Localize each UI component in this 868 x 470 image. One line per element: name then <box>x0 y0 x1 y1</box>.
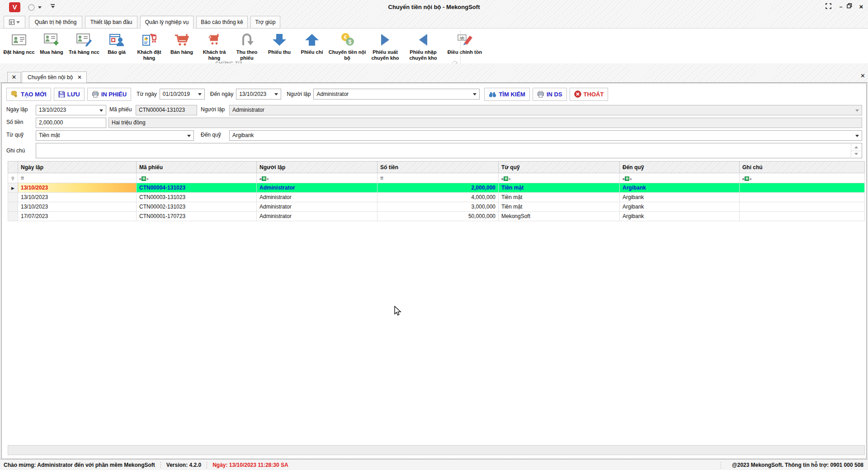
filter-den-quy[interactable]: aBc <box>620 173 740 183</box>
filter-ma-phieu[interactable]: aBc <box>137 173 257 183</box>
cell-ngay-lap[interactable]: 13/10/2023 <box>18 202 137 212</box>
close-tab-right-icon[interactable]: ✕ <box>860 72 865 79</box>
so-tien-input[interactable]: 2,000,000 <box>36 118 106 128</box>
row-indicator-cell <box>8 212 18 221</box>
column-header-nguoi-lap[interactable]: Người lập <box>257 161 377 173</box>
restore-button[interactable] <box>847 3 856 11</box>
ribbon-item-phieu-chi[interactable]: Phiếu chi <box>296 30 328 61</box>
print-list-button[interactable]: IN DS <box>533 88 567 101</box>
cell-tu-quy[interactable]: Tiền mặt <box>499 183 620 193</box>
cell-ma-phieu[interactable]: CTN00004-131023 <box>137 183 257 193</box>
cell-nguoi-lap[interactable]: Administrator <box>257 212 377 221</box>
cell-tu-quy[interactable]: Tiền mặt <box>499 202 620 212</box>
exit-button[interactable]: THOÁT <box>570 88 609 101</box>
cell-ngay-lap[interactable]: 13/10/2023 <box>18 193 137 202</box>
cell-so-tien[interactable]: 50,000,000 <box>377 212 499 221</box>
cell-tu-quy[interactable]: MekongSoft <box>499 212 620 221</box>
fullscreen-button[interactable] <box>826 3 835 11</box>
minimize-button[interactable]: – <box>836 3 845 11</box>
tab-tro-giup[interactable]: Trợ giúp <box>250 16 280 28</box>
cell-ghi-chu[interactable] <box>740 212 865 221</box>
ab-marker-icon: ab <box>442 31 487 48</box>
cell-ghi-chu[interactable] <box>740 202 865 212</box>
column-header-so-tien[interactable]: Số tiền <box>377 161 499 173</box>
filter-tu-quy[interactable]: aBc <box>499 173 620 183</box>
column-header-ngay-lap[interactable]: Ngày lập <box>18 161 137 173</box>
ribbon-item-ban-hang[interactable]: Bán hàng <box>165 30 198 61</box>
column-header-ma-phieu[interactable]: Mã phiếu <box>137 161 257 173</box>
ribbon-item-tra-hang-ncc[interactable]: Trả hàng ncc <box>68 30 100 61</box>
column-header-ghi-chu[interactable]: Ghi chú <box>740 161 865 173</box>
table-row[interactable]: 13/10/2023 CTN00003-131023 Administrator… <box>8 193 865 202</box>
save-button[interactable]: LƯU <box>54 88 85 101</box>
filter-ghi-chu[interactable]: aBc <box>740 173 865 183</box>
search-button[interactable]: TÌM KIẾM <box>484 88 530 101</box>
cell-den-quy[interactable]: Argibank <box>620 183 740 193</box>
tab-thiet-lap-ban-dau[interactable]: Thiết lập ban đầu <box>85 16 137 28</box>
ribbon-item-dieu-chinh-ton[interactable]: ab Điều chỉnh tồn <box>442 30 487 61</box>
filter-nguoi-lap[interactable]: aBc <box>257 173 377 183</box>
cell-so-tien[interactable]: 3,000,000 <box>377 202 499 212</box>
ribbon-item-chuyen-tien-noi-bo[interactable]: €$ Chuyển tiền nội bộ <box>328 30 366 61</box>
ribbon-item-phieu-thu[interactable]: Phiếu thu <box>263 30 296 61</box>
ribbon-item-phieu-nhap-chuyen-kho[interactable]: Phiếu nhập chuyển kho <box>404 30 442 61</box>
spin-up-icon[interactable] <box>854 146 858 148</box>
so-tien-label: Số tiền <box>6 119 23 125</box>
ribbon-item-dat-hang-ncc[interactable]: Đặt hàng ncc <box>3 30 35 61</box>
cell-ma-phieu[interactable]: CTN00002-131023 <box>137 202 257 212</box>
table-row[interactable]: 13/10/2023 CTN00002-131023 Administrator… <box>8 202 865 212</box>
tab-bao-cao-thong-ke[interactable]: Báo cáo thống kê <box>196 16 248 28</box>
print-voucher-button[interactable]: IN PHIẾU <box>87 88 131 101</box>
den-quy-combo[interactable]: Argibank <box>229 130 862 141</box>
create-new-button[interactable]: TẠO MỚI <box>6 88 51 101</box>
cell-ngay-lap[interactable]: 13/10/2023 <box>18 183 137 193</box>
cell-nguoi-lap[interactable]: Administrator <box>257 193 377 202</box>
from-date-combo[interactable]: 01/10/2019 <box>160 89 205 100</box>
chevron-down-icon <box>16 21 20 24</box>
ribbon-item-mua-hang[interactable]: Mua hàng <box>35 30 68 61</box>
tab-quan-tri-he-thong[interactable]: Quản trị hệ thống <box>29 16 82 28</box>
ghi-chu-input[interactable] <box>36 143 862 158</box>
cell-nguoi-lap[interactable]: Administrator <box>257 202 377 212</box>
column-header-tu-quy[interactable]: Từ quỹ <box>499 161 620 173</box>
creator-filter-combo[interactable]: Administrator <box>313 89 480 100</box>
cell-ma-phieu[interactable]: CTN00003-131023 <box>137 193 257 202</box>
nguoi-lap-field: Administrator <box>229 105 862 115</box>
ribbon-item-phieu-xuat-chuyen-kho[interactable]: Phiếu xuất chuyển kho <box>366 30 404 61</box>
table-row[interactable]: ▶ 13/10/2023 CTN00004-131023 Administrat… <box>8 183 865 193</box>
filter-so-tien[interactable]: = <box>377 173 499 183</box>
cell-so-tien[interactable]: 2,000,000 <box>377 183 499 193</box>
cell-den-quy[interactable]: Argibank <box>620 202 740 212</box>
to-date-combo[interactable]: 13/10/2023 <box>236 89 281 100</box>
ribbon-item-bao-gia[interactable]: Báo giá <box>100 30 133 61</box>
grid-bottom-scrollbar[interactable] <box>8 445 865 455</box>
header-indicator-cell <box>8 161 18 173</box>
ngay-lap-combo[interactable]: 13/10/2023 <box>36 105 106 115</box>
close-circle-icon <box>574 90 581 98</box>
cell-ma-phieu[interactable]: CTN00001-170723 <box>137 212 257 221</box>
table-row[interactable]: 17/07/2023 CTN00001-170723 Administrator… <box>8 212 865 221</box>
tab-close-icon[interactable]: ✕ <box>77 74 82 81</box>
spin-down-icon[interactable] <box>854 153 858 155</box>
cell-den-quy[interactable]: Argibank <box>620 212 740 221</box>
cell-ngay-lap[interactable]: 17/07/2023 <box>18 212 137 221</box>
tab-quan-ly-nghiep-vu[interactable]: Quản lý nghiệp vụ <box>140 16 193 29</box>
application-menu-button[interactable] <box>4 16 25 28</box>
cell-nguoi-lap[interactable]: Administrator <box>257 183 377 193</box>
tab-chuyen-tien-noi-bo[interactable]: Chuyển tiền nội bộ✕ <box>22 71 87 83</box>
filter-ngay-lap[interactable]: = <box>18 173 137 183</box>
cell-ghi-chu[interactable] <box>740 183 865 193</box>
ribbon-item-khach-dat-hang[interactable]: Khách đặt hàng <box>133 30 165 61</box>
printer-icon <box>537 91 544 98</box>
ribbon-item-khach-tra-hang[interactable]: Khách trả hàng <box>198 30 231 61</box>
column-header-den-quy[interactable]: Đến quỹ <box>620 161 740 173</box>
ribbon-item-thu-theo-phieu[interactable]: Thu theo phiếu <box>231 30 263 61</box>
close-all-tabs-button[interactable]: ✕ <box>7 72 21 83</box>
cell-ghi-chu[interactable] <box>740 193 865 202</box>
ghi-chu-spinner[interactable] <box>851 144 861 157</box>
tu-quy-combo[interactable]: Tiền mặt <box>36 130 194 141</box>
cell-so-tien[interactable]: 4,000,000 <box>377 193 499 202</box>
cell-den-quy[interactable]: Argibank <box>620 193 740 202</box>
cell-tu-quy[interactable]: Tiền mặt <box>499 193 620 202</box>
close-button[interactable]: × <box>857 3 866 11</box>
